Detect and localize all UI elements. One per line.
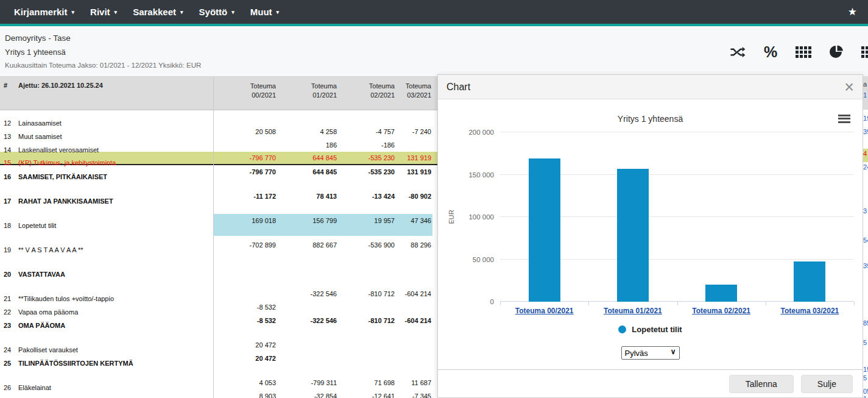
row-label[interactable]: Pakolliset varaukset (17, 338, 213, 352)
close-button[interactable]: Sulje (801, 375, 853, 393)
table-cell[interactable]: -322 546 (277, 287, 338, 300)
x-axis-category-link[interactable]: Toteuma 01/2021 (588, 307, 677, 315)
row-label[interactable]: RAHAT JA PANKKISAAMISET (17, 190, 213, 203)
table-cell[interactable] (277, 112, 338, 125)
table-cell[interactable]: 644 845 (277, 165, 338, 179)
table-cell[interactable]: 20 472 (213, 352, 277, 365)
table-cell[interactable] (277, 300, 338, 314)
row-label[interactable]: OMA PÄÄOMA (17, 314, 213, 327)
table-cell[interactable]: 71 698 (338, 376, 396, 389)
table-cell[interactable]: -535 230 (338, 165, 396, 179)
table-cell[interactable]: 4 053 (213, 376, 277, 389)
row-label[interactable]: (KP) Tutkimus- ja kehitystoiminta (17, 152, 213, 164)
table-cell[interactable] (277, 338, 338, 352)
table-cell[interactable] (396, 352, 432, 365)
table-cell[interactable]: 78 413 (277, 190, 338, 203)
table-cell[interactable]: -12 641 (338, 389, 396, 398)
table-cell[interactable]: 131 919 (396, 152, 432, 165)
column-header-toteuma-03-2021[interactable]: Toteuma 03/2021 (396, 77, 432, 110)
table-cell[interactable] (213, 112, 277, 125)
table-cell[interactable] (338, 112, 396, 125)
table-cell[interactable] (396, 138, 432, 152)
table-cell[interactable]: 47 346 (396, 214, 432, 236)
percent-icon[interactable]: % (763, 44, 778, 60)
table-cell[interactable]: -11 172 (213, 190, 277, 203)
table-cell[interactable]: 20 472 (213, 338, 277, 352)
chart-menu-icon[interactable] (838, 113, 850, 124)
column-header-toteuma-02-2021[interactable]: Toteuma 02/2021 (338, 77, 396, 110)
row-label[interactable]: VASTATTAVAA (17, 263, 213, 276)
nav-item-rivit[interactable]: Rivit ▾ (82, 7, 125, 17)
column-header-toteuma-01-2021[interactable]: Toteuma 01/2021 (277, 77, 338, 110)
table-cell[interactable]: 11 687 (396, 376, 432, 389)
table-cell[interactable]: -810 712 (338, 287, 396, 300)
table-cell[interactable] (338, 338, 396, 352)
table-cell[interactable] (396, 263, 432, 276)
row-label[interactable]: ** V A S T A A V A A ** (17, 238, 213, 252)
bar[interactable] (794, 261, 825, 302)
row-label[interactable]: Lopetetut tilit (17, 214, 213, 227)
table-cell[interactable]: 156 799 (277, 214, 338, 236)
close-icon[interactable]: × (844, 81, 854, 93)
table-cell[interactable]: -536 900 (338, 238, 396, 252)
grid-partial-icon[interactable] (861, 44, 868, 60)
table-cell[interactable]: -322 546 (277, 314, 338, 327)
table-cell[interactable]: -13 424 (338, 190, 396, 203)
table-cell[interactable] (213, 287, 277, 300)
grid-icon[interactable] (796, 44, 811, 60)
bar[interactable] (529, 158, 560, 302)
pie-chart-icon[interactable] (828, 44, 844, 60)
table-cell[interactable] (338, 263, 396, 276)
x-axis-category-link[interactable]: Toteuma 00/2021 (500, 307, 588, 315)
row-label[interactable]: TILINPÄÄTÖSSIIRTOJEN KERTYMÄ (17, 352, 213, 365)
table-cell[interactable] (396, 338, 432, 352)
table-cell[interactable]: -80 902 (396, 190, 432, 203)
nav-item-muut[interactable]: Muut ▾ (242, 7, 287, 17)
row-label[interactable]: SAAMISET, PITKÄAIKAISET (17, 165, 213, 179)
nav-item-kirjanmerkit[interactable]: Kirjanmerkit ▾ (6, 7, 82, 17)
row-label[interactable]: Vapaa oma pääoma (17, 300, 213, 314)
table-cell[interactable]: 4 258 (277, 125, 338, 138)
table-cell[interactable]: -604 214 (396, 287, 432, 300)
table-cell[interactable]: 88 296 (396, 238, 432, 252)
table-cell[interactable]: -186 (338, 138, 396, 152)
table-cell[interactable]: -7 345 (396, 389, 432, 398)
chart-type-select[interactable]: Pylväs (621, 346, 680, 360)
table-cell[interactable] (396, 112, 432, 125)
table-cell[interactable]: -604 214 (396, 314, 432, 327)
table-cell[interactable]: 882 667 (277, 238, 338, 252)
bar[interactable] (705, 285, 737, 302)
table-cell[interactable]: 131 919 (396, 165, 432, 179)
table-cell[interactable] (213, 263, 277, 276)
table-cell[interactable]: -32 854 (277, 389, 338, 398)
table-cell[interactable]: -8 532 (213, 300, 277, 314)
table-cell[interactable]: -810 712 (338, 314, 396, 327)
row-label[interactable]: Laskenalliset verosaamiset (17, 138, 213, 152)
nav-item-syotto[interactable]: Syöttö ▾ (191, 7, 242, 17)
row-label[interactable]: Eläkelainat (17, 376, 213, 389)
table-cell[interactable]: 19 957 (338, 214, 396, 236)
column-header-toteuma-00-2021[interactable]: Toteuma 00/2021 (213, 77, 277, 110)
table-cell[interactable]: -799 311 (277, 376, 338, 389)
table-cell[interactable]: 186 (277, 138, 338, 152)
table-cell[interactable]: -7 240 (396, 125, 432, 138)
table-cell[interactable] (277, 263, 338, 276)
table-cell[interactable]: -702 899 (213, 238, 277, 252)
table-cell[interactable]: -796 770 (213, 165, 277, 179)
x-axis-category-link[interactable]: Toteuma 03/2021 (766, 307, 854, 315)
favorite-star-icon[interactable]: ★ (848, 5, 862, 18)
table-cell[interactable] (277, 352, 338, 365)
table-cell[interactable]: 169 018 (213, 214, 277, 236)
table-cell[interactable]: -8 532 (213, 314, 277, 327)
row-label[interactable]: Velat saman konsernin yrityksille (17, 389, 213, 398)
table-cell[interactable]: -535 230 (338, 152, 396, 165)
bar[interactable] (617, 169, 649, 302)
table-cell[interactable]: 644 845 (277, 152, 338, 165)
table-cell[interactable] (338, 352, 396, 365)
save-button[interactable]: Tallenna (729, 375, 794, 393)
shuffle-icon[interactable] (730, 44, 746, 60)
row-label[interactable]: **Tilikauden tulos +voitto/-tappio (17, 287, 213, 300)
table-cell[interactable] (396, 300, 432, 314)
table-cell[interactable]: 8 903 (213, 389, 277, 398)
nav-item-sarakkeet[interactable]: Sarakkeet ▾ (125, 7, 191, 17)
